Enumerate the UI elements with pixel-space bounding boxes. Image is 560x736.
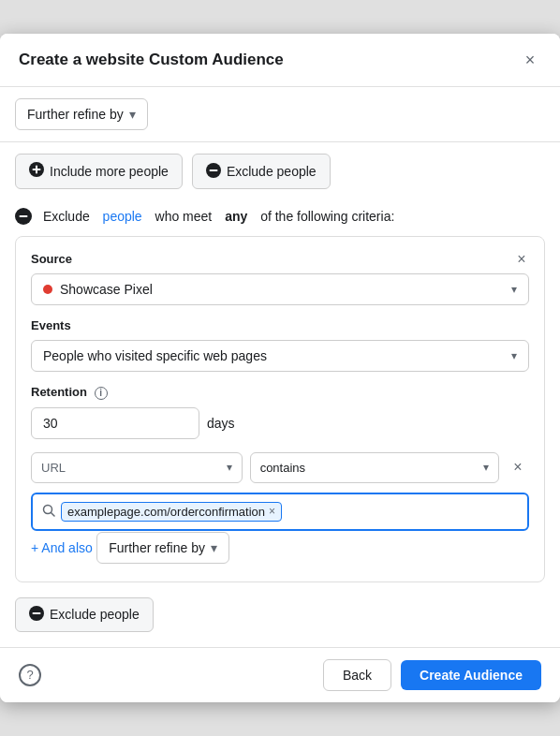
further-refine-bottom-button[interactable]: Further refine by ▾	[96, 532, 229, 564]
svg-rect-10	[33, 612, 41, 614]
events-chevron-icon: ▾	[511, 349, 517, 362]
modal-header: Create a website Custom Audience ×	[0, 34, 560, 87]
top-refine-section: Further refine by ▾	[0, 87, 560, 142]
include-more-people-label: Include more people	[50, 164, 169, 179]
url-select[interactable]: URL ▾	[31, 452, 243, 483]
url-tag-remove-button[interactable]: ×	[269, 505, 275, 518]
plus-icon	[29, 162, 44, 181]
exclude-minus-bottom-icon	[29, 606, 44, 624]
exclude-minus-icon	[15, 208, 32, 225]
exclude-suffix: of the following criteria:	[260, 209, 394, 224]
back-button[interactable]: Back	[323, 659, 391, 691]
criteria-box: × Source Showcase Pixel ▾ Events People …	[15, 236, 545, 582]
criteria-close-button[interactable]: ×	[510, 248, 533, 271]
url-input-box[interactable]: examplepage.com/orderconfirmation ×	[31, 493, 529, 531]
retention-row: days	[31, 407, 529, 439]
minus-top-icon	[206, 163, 221, 181]
and-also-link[interactable]: + And also	[31, 540, 93, 555]
exclude-middle: who meet	[155, 209, 213, 224]
retention-label: Retention i	[31, 385, 529, 400]
back-button-label: Back	[343, 668, 372, 683]
exclude-prefix: Exclude	[43, 209, 90, 224]
source-select-value: Showcase Pixel	[60, 282, 153, 297]
retention-input[interactable]	[31, 407, 199, 439]
further-refine-bottom-chevron-icon: ▾	[211, 540, 217, 555]
svg-rect-6	[20, 215, 28, 217]
remove-filter-icon: ×	[513, 459, 522, 476]
help-icon[interactable]: ?	[19, 664, 41, 686]
modal-title: Create a website Custom Audience	[19, 51, 284, 69]
exclude-people-link[interactable]: people	[103, 209, 142, 224]
days-label: days	[207, 416, 235, 431]
create-audience-button[interactable]: Create Audience	[401, 660, 541, 690]
url-tag: examplepage.com/orderconfirmation ×	[61, 502, 282, 522]
help-icon-label: ?	[26, 668, 33, 682]
exclude-criteria-label: Exclude people who meet any of the follo…	[0, 200, 560, 236]
contains-chevron-icon: ▾	[483, 461, 489, 474]
action-row: Include more people Exclude people	[0, 142, 560, 200]
url-filter-row: URL ▾ contains ▾ ×	[31, 452, 529, 483]
search-icon	[42, 504, 55, 520]
modal-container: Create a website Custom Audience × Furth…	[0, 34, 560, 702]
source-chevron-icon: ▾	[511, 283, 517, 296]
url-chevron-icon: ▾	[227, 461, 232, 474]
modal-footer: ? Back Create Audience	[0, 647, 560, 702]
further-refine-top-label: Further refine by	[27, 107, 124, 122]
events-select-value: People who visited specific web pages	[43, 348, 267, 363]
exclude-bold: any	[225, 209, 247, 224]
url-select-label: URL	[41, 461, 66, 475]
svg-rect-4	[209, 169, 217, 171]
further-refine-bottom-label: Further refine by	[109, 540, 205, 555]
criteria-close-icon: ×	[517, 251, 525, 268]
source-label: Source	[31, 252, 529, 266]
source-select[interactable]: Showcase Pixel ▾	[31, 273, 529, 305]
url-tag-value: examplepage.com/orderconfirmation	[67, 505, 265, 519]
remove-filter-button[interactable]: ×	[507, 456, 529, 478]
svg-rect-2	[36, 166, 37, 174]
exclude-people-bottom-button[interactable]: Exclude people	[15, 597, 154, 632]
events-select[interactable]: People who visited specific web pages ▾	[31, 340, 529, 372]
exclude-people-top-label: Exclude people	[227, 164, 317, 179]
create-audience-label: Create Audience	[420, 668, 523, 683]
exclude-people-bottom-label: Exclude people	[50, 607, 140, 622]
retention-info-icon[interactable]: i	[95, 387, 108, 400]
events-label: Events	[31, 318, 529, 332]
modal-close-button[interactable]: ×	[519, 49, 541, 71]
contains-select[interactable]: contains ▾	[250, 452, 499, 483]
svg-line-8	[52, 512, 55, 516]
further-refine-top-button[interactable]: Further refine by ▾	[15, 98, 148, 130]
include-more-people-button[interactable]: Include more people	[15, 154, 183, 189]
pixel-dot-icon	[43, 285, 52, 294]
further-refine-top-chevron-icon: ▾	[129, 107, 136, 122]
source-select-left: Showcase Pixel	[43, 282, 153, 297]
url-input-field[interactable]	[287, 505, 518, 519]
modal-body: Further refine by ▾ Include more people …	[0, 87, 560, 647]
exclude-people-top-button[interactable]: Exclude people	[192, 154, 331, 189]
contains-select-label: contains	[260, 461, 305, 475]
